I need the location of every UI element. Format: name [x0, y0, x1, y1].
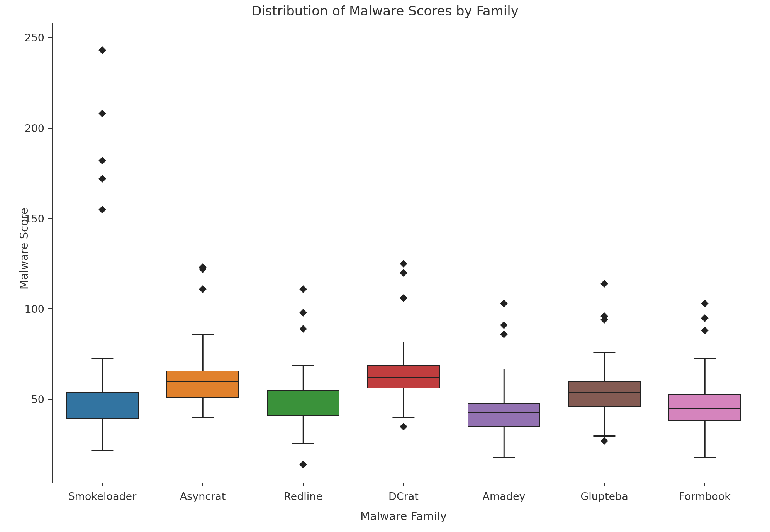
ytick-label: 250 — [21, 32, 44, 44]
whisker-upper — [403, 342, 404, 365]
whisker-lower — [102, 419, 103, 450]
whisker-upper — [604, 352, 605, 381]
whisker-cap-upper — [593, 352, 615, 354]
ytick-mark — [48, 128, 52, 129]
whisker-upper — [102, 358, 103, 392]
xtick-mark — [704, 483, 705, 486]
whisker-cap-lower — [694, 457, 716, 458]
xtick-label: Amadey — [482, 490, 525, 502]
whisker-cap-lower — [493, 457, 515, 458]
median-line — [66, 405, 138, 406]
median-line — [267, 405, 339, 406]
whisker-cap-lower — [192, 417, 214, 418]
box-dcrat — [367, 365, 439, 388]
median-line — [166, 381, 239, 382]
whisker-upper — [704, 358, 706, 394]
box-asyncrat — [166, 371, 239, 398]
xtick-mark — [303, 483, 304, 486]
box-glupteba — [568, 381, 640, 407]
boxplot-chart: Distribution of Malware Scores by Family… — [0, 0, 770, 532]
whisker-upper — [303, 365, 304, 390]
ytick-mark — [48, 399, 52, 400]
median-line — [468, 412, 540, 413]
xtick-mark — [604, 483, 605, 486]
ytick-label: 100 — [21, 303, 44, 315]
ytick-label: 50 — [21, 393, 44, 405]
whisker-cap-lower — [593, 435, 615, 437]
ytick-mark — [48, 218, 52, 219]
box-amadey — [468, 403, 540, 427]
median-line — [367, 377, 439, 378]
whisker-lower — [303, 416, 304, 443]
median-line — [568, 392, 640, 393]
whisker-cap-lower — [91, 450, 113, 451]
xtick-label: Glupteba — [580, 490, 628, 502]
whisker-cap-upper — [192, 334, 214, 335]
whisker-upper — [504, 369, 505, 403]
xtick-label: Redline — [284, 490, 322, 502]
whisker-lower — [604, 407, 605, 435]
whisker-lower — [403, 388, 404, 417]
ytick-mark — [48, 37, 52, 38]
xtick-mark — [202, 483, 203, 486]
whisker-cap-upper — [292, 365, 314, 366]
whisker-lower — [202, 398, 204, 418]
whisker-cap-upper — [694, 358, 716, 359]
whisker-cap-lower — [292, 443, 314, 444]
whisker-upper — [202, 334, 204, 371]
whisker-cap-upper — [91, 358, 113, 359]
whisker-lower — [504, 427, 505, 457]
xtick-mark — [504, 483, 504, 486]
xtick-mark — [403, 483, 404, 486]
xtick-label: Formbook — [679, 490, 731, 502]
whisker-lower — [704, 421, 706, 457]
ytick-label: 200 — [21, 122, 44, 134]
xtick-mark — [102, 483, 103, 486]
xtick-label: DCrat — [388, 490, 419, 502]
box-smokeloader — [66, 392, 138, 419]
box-redline — [267, 390, 339, 416]
whisker-cap-upper — [392, 342, 414, 343]
x-axis-label: Malware Family — [52, 510, 755, 523]
median-line — [668, 408, 741, 409]
ytick-mark — [48, 308, 52, 309]
whisker-cap-lower — [392, 417, 414, 418]
whisker-cap-upper — [493, 369, 515, 370]
box-formbook — [668, 394, 741, 421]
y-axis-label: Malware Score — [17, 208, 31, 290]
chart-title: Distribution of Malware Scores by Family — [0, 3, 770, 19]
xtick-label: Asyncrat — [180, 490, 226, 502]
xtick-label: Smokeloader — [68, 490, 137, 502]
